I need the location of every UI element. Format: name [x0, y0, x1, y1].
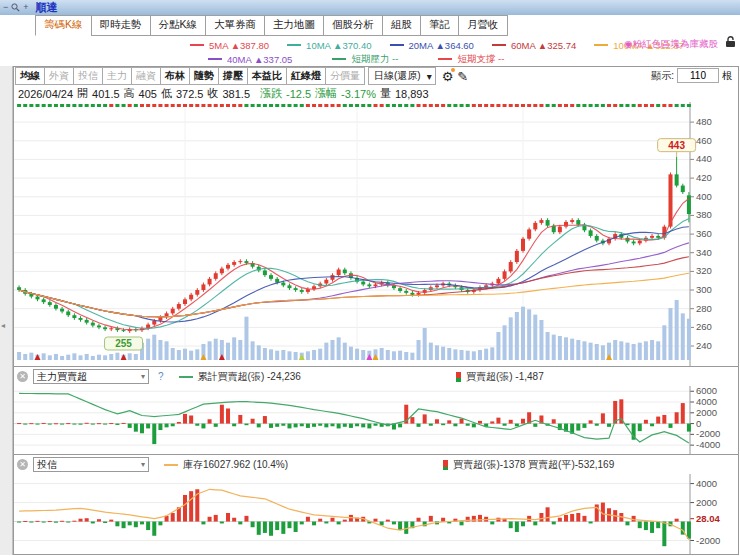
svg-text:255: 255 — [115, 338, 132, 349]
period-select[interactable]: 日線(還原) ▾ — [368, 67, 436, 85]
line-swatch — [594, 44, 608, 46]
svg-text:-2000: -2000 — [696, 428, 720, 439]
svg-text:28.04: 28.04 — [696, 513, 720, 524]
pencil-icon[interactable]: ✎ — [457, 69, 468, 84]
toolbar-button-5[interactable]: 布林 — [160, 67, 190, 85]
toolbar-button-4[interactable]: 融資 — [131, 67, 161, 85]
ma-legend-row-2: 40MA ▲337.05短期壓力 --短期支撐 -- — [208, 52, 504, 66]
tab-bar: 籌碼K線即時走勢分點K線大單券商主力地圖個股分析組股筆記月營收 — [36, 15, 508, 36]
toolbar-buttons: 均線外資投信主力融資布林隨勢撐壓本益比紅綠燈分價量 — [16, 67, 365, 85]
chart-frame: 均線外資投信主力融資布林隨勢撐壓本益比紅綠燈分價量 日線(還原) ▾ ⚙ ✎ 顯… — [13, 66, 739, 555]
change-pct-value: -3.17% — [341, 88, 376, 100]
toolbar-button-8[interactable]: 本益比 — [247, 67, 287, 85]
mid-bar-legend: 買賣超(張) -1,487 — [466, 370, 544, 384]
chevron-down-icon: ▾ — [141, 372, 145, 381]
change-value: -12.5 — [286, 88, 311, 100]
svg-text:280: 280 — [696, 303, 712, 314]
period-label: 日線(還原) — [374, 69, 421, 83]
mid-chart-canvas[interactable]: 6000400020000-2000-4000 — [14, 386, 738, 454]
svg-text:460: 460 — [696, 135, 712, 146]
high-label: 高 — [124, 86, 135, 101]
zoom-out-button[interactable]: − — [3, 3, 8, 12]
low-label: 低 — [161, 86, 172, 101]
svg-text:6000: 6000 — [696, 386, 717, 396]
mid-panel-header: ✕ 主力買賣超 ▾ ? 累計買賣超(張) -24,236 買賣超(張) -1,4… — [14, 366, 738, 386]
display-count-input[interactable] — [677, 68, 719, 83]
display-label: 顯示: — [651, 69, 674, 83]
close-value: 381.5 — [222, 88, 250, 100]
toolbar-button-9[interactable]: 紅綠燈 — [286, 67, 326, 85]
bottom-chart-canvas[interactable]: 4000200028.04-2000 — [14, 474, 738, 554]
collapse-arrow-icon: ◂ — [1, 321, 5, 330]
tab-4[interactable]: 主力地圖 — [264, 15, 324, 36]
tab-5[interactable]: 個股分析 — [323, 15, 383, 36]
line-swatch — [492, 44, 506, 46]
legend-item: 40MA ▲337.05 — [208, 54, 292, 65]
svg-text:240: 240 — [696, 340, 712, 351]
magnifier-icon[interactable] — [11, 3, 20, 12]
main-chart-panel: 2402602803003203403603804004204404604804… — [14, 102, 738, 366]
change-label: 漲跌 — [260, 86, 282, 101]
page-title: 順達 — [36, 0, 58, 15]
gear-icon[interactable]: ⚙ — [442, 70, 454, 83]
svg-text:-2000: -2000 — [696, 535, 720, 546]
mid-line-swatch — [179, 376, 193, 378]
toolbar-button-0[interactable]: 均線 — [15, 67, 45, 85]
chevron-down-icon: ▾ — [427, 71, 432, 82]
svg-text:4000: 4000 — [696, 478, 717, 489]
mid-line-legend: 累計買賣超(張) -24,236 — [198, 370, 301, 384]
close-icon[interactable]: ✕ — [17, 371, 28, 382]
bottom-panel-header: ✕ 投信 ▾ 庫存16027.962 (10.4%) 買賣超(張)-1378 買… — [14, 454, 738, 474]
lock-icon[interactable] — [725, 36, 736, 48]
toolbar-button-2[interactable]: 投信 — [73, 67, 103, 85]
tab-0[interactable]: 籌碼K線 — [35, 15, 92, 36]
svg-text:300: 300 — [696, 284, 712, 295]
tab-3[interactable]: 大單券商 — [205, 15, 265, 36]
treasury-note: ◉粉紅色區塊為庫藏股 — [624, 38, 718, 51]
line-swatch — [390, 44, 404, 46]
svg-text:2000: 2000 — [696, 497, 717, 508]
svg-text:400: 400 — [696, 191, 712, 202]
bottom-line-swatch — [164, 464, 178, 466]
left-collapse-strip[interactable]: ◂ — [0, 66, 13, 555]
mid-indicator-select[interactable]: 主力買賣超 ▾ — [33, 369, 149, 384]
toolbar-button-7[interactable]: 撐壓 — [218, 67, 248, 85]
tab-2[interactable]: 分點K線 — [150, 15, 207, 36]
main-chart-canvas[interactable]: 2402602803003203403603804004204404604804… — [14, 102, 738, 366]
toolbar-button-1[interactable]: 外資 — [44, 67, 74, 85]
price-badge-255: 255 — [105, 337, 143, 350]
tab-8[interactable]: 月營收 — [458, 15, 508, 36]
line-swatch — [438, 58, 452, 60]
ma-legend-row-1: 5MA ▲387.8010MA ▲370.4020MA ▲364.6060MA … — [190, 38, 684, 52]
svg-text:4000: 4000 — [696, 396, 717, 407]
zoom-in-button[interactable]: + — [23, 3, 28, 12]
tab-1[interactable]: 即時走勢 — [91, 15, 151, 36]
display-unit: 根 — [722, 69, 732, 83]
volume-value: 18,893 — [395, 88, 429, 100]
line-swatch — [190, 44, 204, 46]
svg-text:380: 380 — [696, 209, 712, 220]
titlebar: − + 順達 — [0, 0, 740, 15]
change-pct-label: 漲幅 — [315, 86, 337, 101]
toolbar: 均線外資投信主力融資布林隨勢撐壓本益比紅綠燈分價量 日線(還原) ▾ ⚙ ✎ 顯… — [14, 67, 738, 85]
ohlc-info-row: 2026/04/24 開 401.5 高 405 低 372.5 收 381.5… — [14, 85, 738, 102]
toolbar-button-3[interactable]: 主力 — [102, 67, 132, 85]
bottom-indicator-select[interactable]: 投信 ▾ — [33, 457, 149, 472]
toolbar-button-6[interactable]: 隨勢 — [189, 67, 219, 85]
tab-7[interactable]: 筆記 — [420, 15, 459, 36]
display-count-box: 顯示: 根 — [651, 68, 732, 83]
mid-indicator-label: 主力買賣超 — [37, 370, 87, 384]
legend-item: 5MA ▲387.80 — [190, 40, 269, 51]
tab-6[interactable]: 組股 — [382, 15, 421, 36]
svg-text:340: 340 — [696, 247, 712, 258]
close-icon[interactable]: ✕ — [17, 459, 28, 470]
svg-text:480: 480 — [696, 116, 712, 127]
toolbar-button-10[interactable]: 分價量 — [325, 67, 365, 85]
bottom-indicator-label: 投信 — [37, 458, 57, 472]
help-icon[interactable]: ? — [158, 371, 164, 382]
bottom-panel: ✕ 投信 ▾ 庫存16027.962 (10.4%) 買賣超(張)-1378 買… — [14, 454, 738, 554]
line-swatch — [208, 58, 222, 60]
mid-bar-swatch — [456, 372, 461, 382]
chevron-down-icon: ▾ — [141, 460, 145, 469]
svg-text:440: 440 — [696, 153, 712, 164]
